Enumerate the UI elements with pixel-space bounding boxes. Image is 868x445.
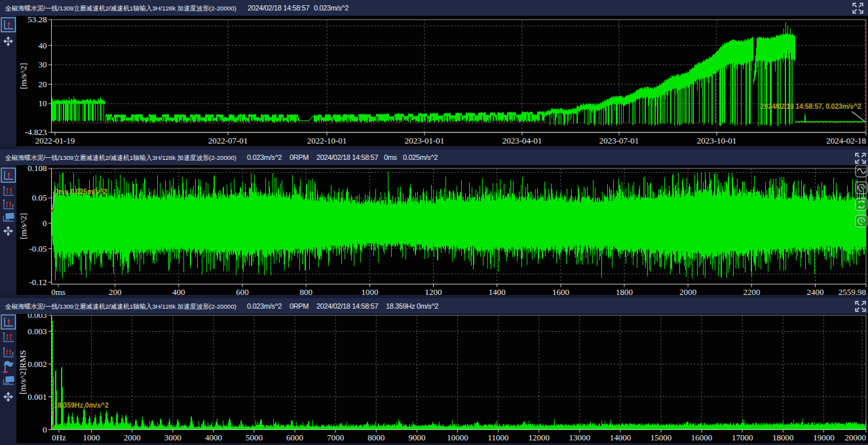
svg-text:20000: 20000	[845, 433, 867, 442]
svg-text:2200: 2200	[743, 287, 760, 297]
svg-text:0: 0	[43, 218, 47, 228]
svg-text:2000: 2000	[679, 287, 696, 297]
svg-text:16000: 16000	[691, 433, 713, 442]
svg-text:0ms: 0ms	[51, 287, 66, 297]
svg-text:15000: 15000	[651, 433, 672, 442]
svg-text:4000: 4000	[205, 433, 222, 442]
svg-text:40: 40	[39, 41, 47, 50]
svg-text:0: 0	[43, 425, 47, 435]
svg-text:10: 10	[39, 98, 47, 108]
svg-text:0Hz: 0Hz	[52, 433, 66, 442]
svg-text:[m/s^2]RMS: [m/s^2]RMS	[18, 350, 28, 395]
svg-text:2559.98: 2559.98	[839, 287, 866, 297]
svg-text:1000: 1000	[361, 287, 378, 297]
svg-text:1800: 1800	[616, 287, 633, 297]
svg-text:800: 800	[299, 287, 312, 297]
svg-text:0.002: 0.002	[28, 359, 47, 369]
svg-text:0.003: 0.003	[28, 326, 47, 336]
svg-text:9000: 9000	[408, 433, 425, 442]
svg-text:0ms,0.025m/s^2: 0ms,0.025m/s^2	[54, 187, 107, 195]
svg-text:1600: 1600	[552, 287, 569, 297]
svg-text:-0.12: -0.12	[29, 277, 47, 287]
svg-text:2024/02/18 14:58:57, 0.023m/s^: 2024/02/18 14:58:57, 0.023m/s^2	[761, 102, 861, 110]
svg-text:2023-01-01: 2023-01-01	[405, 136, 445, 145]
svg-text:1200: 1200	[425, 287, 442, 297]
svg-text:11000: 11000	[488, 433, 509, 442]
svg-text:17000: 17000	[732, 433, 753, 442]
svg-text:2023-04-01: 2023-04-01	[502, 136, 542, 145]
svg-text:2400: 2400	[807, 287, 824, 297]
svg-text:10000: 10000	[447, 433, 468, 442]
svg-text:600: 600	[236, 287, 249, 297]
svg-text:0.001: 0.001	[28, 392, 47, 402]
svg-text:8000: 8000	[368, 433, 385, 442]
svg-text:400: 400	[172, 287, 185, 297]
svg-text:0.05: 0.05	[32, 193, 47, 203]
svg-text:-0.05: -0.05	[29, 244, 47, 254]
svg-text:20: 20	[39, 79, 47, 89]
svg-text:53.28: 53.28	[28, 14, 47, 24]
svg-text:7000: 7000	[327, 433, 344, 442]
svg-text:2022-07-01: 2022-07-01	[208, 136, 248, 145]
svg-text:200: 200	[109, 287, 122, 297]
svg-text:18.359Hz,0m/s^2: 18.359Hz,0m/s^2	[54, 401, 109, 409]
svg-text:3000: 3000	[164, 433, 181, 442]
svg-text:13000: 13000	[569, 433, 591, 442]
svg-text:2024-02-18: 2024-02-18	[826, 136, 866, 145]
svg-text:1000: 1000	[83, 433, 100, 442]
svg-text:30: 30	[39, 60, 47, 69]
svg-text:2023-07-01: 2023-07-01	[599, 136, 639, 145]
svg-text:2000: 2000	[124, 433, 141, 442]
svg-text:14000: 14000	[610, 433, 632, 442]
svg-text:12000: 12000	[528, 433, 550, 442]
svg-text:19000: 19000	[813, 433, 835, 442]
svg-text:2023-10-01: 2023-10-01	[697, 136, 737, 145]
svg-text:2022-01-19: 2022-01-19	[35, 136, 75, 145]
svg-text:1400: 1400	[489, 287, 506, 297]
svg-text:2022-10-01: 2022-10-01	[307, 136, 347, 145]
svg-text:6000: 6000	[286, 433, 303, 442]
svg-text:[m/s^2]: [m/s^2]	[18, 213, 28, 239]
svg-text:18000: 18000	[772, 433, 794, 442]
svg-text:5000: 5000	[246, 433, 263, 442]
svg-text:[m/s^2]: [m/s^2]	[18, 63, 28, 89]
